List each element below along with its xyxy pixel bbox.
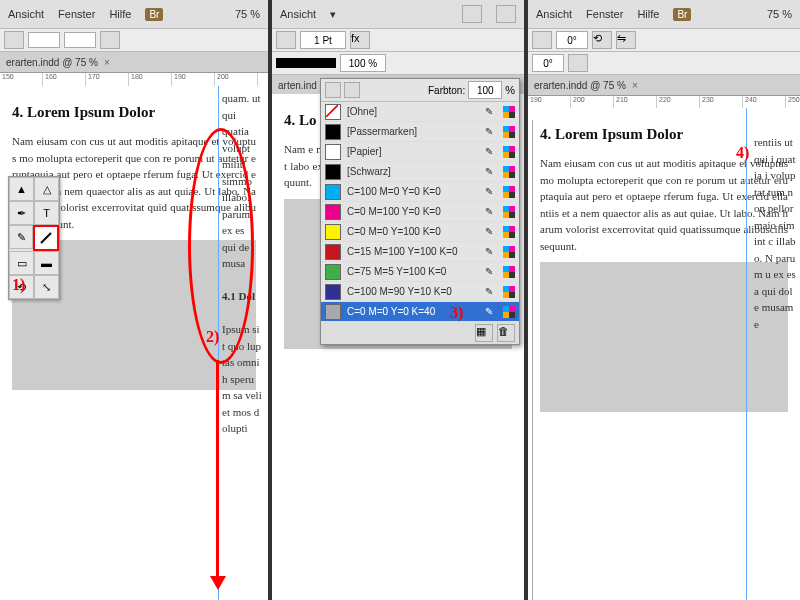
svg-rect-26: [503, 226, 509, 232]
document-tab[interactable]: erarten.indd @ 75 %×: [528, 75, 800, 96]
stroke-style[interactable]: [64, 32, 96, 48]
svg-rect-13: [509, 152, 515, 158]
swatch-chip: [325, 144, 341, 160]
layout-icon-2[interactable]: [496, 5, 516, 23]
control-bar: [0, 29, 268, 52]
annotation-3: 3): [450, 304, 463, 322]
swatch-name: C=75 M=5 Y=100 K=0: [347, 266, 479, 277]
bridge-icon[interactable]: Br: [673, 8, 691, 21]
fx-icon[interactable]: fx: [350, 31, 370, 49]
zoom-level[interactable]: 75 %: [235, 8, 260, 20]
swatch-name: C=0 M=100 Y=0 K=0: [347, 206, 479, 217]
options-icon[interactable]: [568, 54, 588, 72]
bridge-icon[interactable]: Br: [145, 8, 163, 21]
stroke-proxy-icon[interactable]: [344, 82, 360, 98]
swatch-name: C=15 M=100 Y=100 K=0: [347, 246, 479, 257]
close-icon[interactable]: ×: [104, 57, 110, 68]
rectangle-tool[interactable]: ▬: [34, 251, 59, 275]
fill-icon[interactable]: [532, 31, 552, 49]
guide-line: [746, 108, 748, 600]
menu-hilfe[interactable]: Hilfe: [637, 8, 659, 20]
svg-rect-10: [503, 146, 509, 152]
menubar: Ansicht▾: [272, 0, 524, 29]
menu-ansicht[interactable]: Ansicht: [8, 8, 44, 20]
frame-tool[interactable]: ▭: [9, 251, 34, 275]
menu-fenster[interactable]: Fenster: [586, 8, 623, 20]
rotate-icon[interactable]: ⟲: [592, 31, 612, 49]
swatch-name: C=0 M=0 Y=100 K=0: [347, 226, 479, 237]
scale-tool[interactable]: ⤡: [34, 275, 59, 299]
annotation-ellipse: [188, 128, 254, 364]
swatch-row[interactable]: C=100 M=90 Y=10 K=0✎: [321, 282, 519, 302]
swatches-panel: Farbton: % [Ohne]✎[Passermarken]✎[Papier…: [320, 78, 520, 345]
annotation-arrow: [216, 360, 219, 576]
stroke-preview[interactable]: [276, 58, 336, 68]
svg-rect-41: [509, 292, 515, 298]
cmyk-icon: [503, 226, 515, 238]
close-icon[interactable]: ×: [632, 80, 638, 91]
swatch-row[interactable]: [Passermarken]✎: [321, 122, 519, 142]
selection-tool[interactable]: ▲: [9, 177, 34, 201]
menu-ansicht[interactable]: Ansicht: [280, 8, 316, 20]
layout-icon[interactable]: [462, 5, 482, 23]
svg-rect-28: [503, 232, 509, 238]
swatch-chip: [325, 184, 341, 200]
document-tab[interactable]: erarten.indd @ 75 %×: [0, 52, 268, 73]
fill-proxy-icon[interactable]: [325, 82, 341, 98]
swatch-chip: [325, 164, 341, 180]
direct-select-tool[interactable]: △: [34, 177, 59, 201]
svg-rect-3: [509, 106, 515, 112]
stroke-weight-input[interactable]: [300, 31, 346, 49]
swatch-row[interactable]: C=0 M=0 Y=0 K=40✎: [321, 302, 519, 322]
svg-rect-39: [509, 286, 515, 292]
swatch-row[interactable]: C=75 M=5 Y=100 K=0✎: [321, 262, 519, 282]
menu-fenster[interactable]: Fenster: [58, 8, 95, 20]
swatch-row[interactable]: C=0 M=100 Y=0 K=0✎: [321, 202, 519, 222]
swatch-name: [Passermarken]: [347, 126, 479, 137]
shear-input[interactable]: [532, 54, 564, 72]
svg-rect-6: [503, 126, 509, 132]
svg-rect-20: [503, 192, 509, 198]
opacity-input[interactable]: [340, 54, 386, 72]
swatch-row[interactable]: [Ohne]✎: [321, 102, 519, 122]
tint-input[interactable]: [468, 81, 502, 99]
options-icon[interactable]: [100, 31, 120, 49]
swatch-name: [Papier]: [347, 146, 479, 157]
pen-tool[interactable]: ✒: [9, 201, 34, 225]
swatch-row[interactable]: [Papier]✎: [321, 142, 519, 162]
drawn-line[interactable]: [532, 120, 533, 600]
edit-icon: ✎: [485, 306, 497, 318]
flip-h-icon[interactable]: ⇋: [616, 31, 636, 49]
swatch-row[interactable]: [Schwarz]✎: [321, 162, 519, 182]
menubar: Ansicht Fenster Hilfe Br 75 %: [528, 0, 800, 29]
edit-icon: ✎: [485, 266, 497, 278]
new-swatch-icon[interactable]: ▦: [475, 324, 493, 342]
stroke-weight[interactable]: [28, 32, 60, 48]
fill-icon[interactable]: [4, 31, 24, 49]
menu-hilfe[interactable]: Hilfe: [109, 8, 131, 20]
svg-line-1: [326, 105, 338, 117]
pencil-tool[interactable]: ✎: [9, 225, 33, 249]
svg-rect-35: [509, 266, 515, 272]
swatch-chip: [325, 124, 341, 140]
swatch-name: C=100 M=0 Y=0 K=0: [347, 186, 479, 197]
angle-input[interactable]: [556, 31, 588, 49]
svg-rect-43: [509, 306, 515, 312]
swatch-row[interactable]: C=15 M=100 Y=100 K=0✎: [321, 242, 519, 262]
line-tool[interactable]: [33, 225, 59, 251]
svg-rect-5: [509, 112, 515, 118]
svg-rect-14: [503, 166, 509, 172]
cmyk-icon: [503, 166, 515, 178]
swatch-chip: [325, 244, 341, 260]
zoom-level[interactable]: 75 %: [767, 8, 792, 20]
svg-rect-36: [503, 272, 509, 278]
delete-swatch-icon[interactable]: 🗑: [497, 324, 515, 342]
swatch-row[interactable]: C=100 M=0 Y=0 K=0✎: [321, 182, 519, 202]
menu-ansicht[interactable]: Ansicht: [536, 8, 572, 20]
fill-stroke-icon[interactable]: [276, 31, 296, 49]
swatch-chip: [325, 264, 341, 280]
type-tool[interactable]: T: [34, 201, 59, 225]
edit-icon: ✎: [485, 226, 497, 238]
cmyk-icon: [503, 186, 515, 198]
swatch-row[interactable]: C=0 M=0 Y=100 K=0✎: [321, 222, 519, 242]
